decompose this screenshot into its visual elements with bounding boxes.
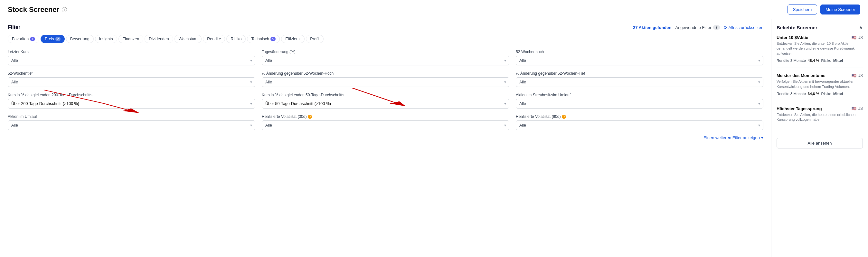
filter-select-52-wochenhoch[interactable]: Alle: [516, 56, 763, 65]
tab-technisch[interactable]: Technisch5: [247, 35, 280, 43]
screener-desc-unter-10: Entdecken Sie Aktien, die unter 10 $ pro…: [777, 41, 863, 56]
show-more-area: Einen weiteren Filter anzeigen ▾: [8, 135, 763, 140]
tab-rendite[interactable]: Rendite: [203, 35, 225, 43]
screener-flag-meister-momentums: 🇺🇸 US: [851, 74, 863, 78]
see-all-button[interactable]: Alle ansehen: [777, 138, 863, 148]
filter-group-volatilitaet-30d: Realisierte Volatilität (30d)?Alle: [262, 114, 509, 130]
screener-desc-hoechster-tagessprung: Entdecken Sie Aktion, die heute einen er…: [777, 112, 863, 122]
filter-select-volatilitaet-30d[interactable]: Alle: [262, 120, 509, 130]
filter-title: Filter: [8, 25, 20, 30]
screener-meta-meister-momentums: Rendite 3 Monate 34,6 % Risiko Mittel: [777, 92, 863, 96]
collapse-button[interactable]: ∧: [859, 25, 863, 31]
filters-grid: Letzter KursAlleTagesänderung (%)Alle52-…: [8, 50, 763, 130]
right-panel-title: Beliebte Screener: [777, 25, 817, 30]
select-wrapper-52-wochentief: Alle: [8, 77, 255, 87]
show-more-button[interactable]: Einen weiteren Filter anzeigen ▾: [704, 135, 763, 140]
applied-filters-badge: 7: [713, 25, 720, 30]
filter-label-aktien-umlauf: Aktien im Umlauf: [8, 114, 255, 119]
tab-wachstum[interactable]: Wachstum: [175, 35, 202, 43]
tab-dividenden[interactable]: Dividenden: [145, 35, 173, 43]
applied-filters: Angewendete Filter 7: [675, 25, 720, 30]
help-icon-volatilitaet-90d[interactable]: ?: [562, 115, 566, 119]
risk-value: Mittel: [833, 59, 843, 62]
applied-filters-label: Angewendete Filter: [675, 25, 711, 30]
filter-label-52-wochentief: 52-Wochentief: [8, 71, 255, 76]
tab-profil[interactable]: Profil: [306, 35, 323, 43]
screener-title-meister-momentums: Meister des Momentums: [777, 73, 826, 78]
show-more-label: Einen weiteren Filter anzeigen: [704, 135, 760, 140]
filter-select-aktien-streubesitz[interactable]: Alle: [516, 99, 763, 109]
screener-card-meister-momentums: Meister des Momentums🇺🇸 USVerfolgen Sie …: [777, 73, 863, 101]
reset-label: Alles zurücksetzen: [728, 25, 763, 30]
tab-bewertung[interactable]: Bewertung: [66, 35, 94, 43]
select-wrapper-kurs-50-tage: Über 50-Tage-Durchschnitt (>100 %): [262, 99, 509, 109]
tab-technisch-badge: 5: [271, 37, 276, 41]
top-bar: Stock Screener i Speichern Meine Screene…: [0, 0, 868, 19]
reset-button[interactable]: ⟳ Alles zurücksetzen: [724, 25, 763, 30]
filter-select-volatilitaet-90d[interactable]: Alle: [516, 120, 763, 130]
filter-label-kurs-200-tage: Kurs in % des gleitenden 200-Tage-Durchs…: [8, 93, 255, 97]
filter-select-52-wochentief[interactable]: Alle: [8, 77, 255, 87]
select-wrapper-tagesaenderung: Alle: [262, 56, 509, 65]
screener-flag-unter-10: 🇺🇸 US: [851, 35, 863, 40]
select-wrapper-52-wochenhoch: Alle: [516, 56, 763, 65]
filter-select-kurs-50-tage[interactable]: Über 50-Tage-Durchschnitt (>100 %): [262, 99, 509, 109]
filter-select-kurs-200-tage[interactable]: Über 200-Tage-Durchschnitt (>100 %): [8, 99, 255, 109]
my-screener-button[interactable]: Meine Screener: [820, 4, 860, 15]
screeners-list: Unter 10 $/Aktie🇺🇸 USEntdecken Sie Aktie…: [777, 35, 863, 130]
filter-label-letzter-kurs: Letzter Kurs: [8, 50, 255, 54]
filter-select-letzter-kurs[interactable]: Alle: [8, 56, 255, 65]
filter-group-aktien-umlauf: Aktien im UmlaufAlle: [8, 114, 255, 130]
filter-select-tagesaenderung[interactable]: Alle: [262, 56, 509, 65]
rendite-label: Rendite 3 Monate: [777, 92, 806, 96]
filter-label-aktien-streubesitz: Aktien im Streubesitz/im Umlauf: [516, 93, 763, 97]
select-wrapper-kurs-200-tage: Über 200-Tage-Durchschnitt (>100 %): [8, 99, 255, 109]
filter-group-tagesaenderung: Tagesänderung (%)Alle: [262, 50, 509, 65]
screener-title-hoechster-tagessprung: Höchster Tagessprung: [777, 106, 822, 111]
filter-label-aenderung-52w-tief: % Änderung gegenüber 52-Wochen-Tief: [516, 71, 763, 76]
left-panel: Filter 27 Aktien gefunden Angewendete Fi…: [0, 19, 771, 257]
filter-label-aenderung-52w-hoch: % Änderung gegenüber 52-Wochen-Hoch: [262, 71, 509, 76]
rendite-label: Rendite 3 Monate: [777, 59, 806, 62]
select-wrapper-volatilitaet-90d: Alle: [516, 120, 763, 130]
screener-desc-meister-momentums: Verfolgen Sie Aktien mit hervorragender …: [777, 79, 863, 89]
tab-favoriten-badge: 1: [30, 37, 35, 41]
select-wrapper-volatilitaet-30d: Alle: [262, 120, 509, 130]
screener-meta-unter-10: Rendite 3 Monate 48,4 % Risiko Mittel: [777, 59, 863, 62]
reset-icon: ⟳: [724, 25, 727, 30]
filter-select-aenderung-52w-tief[interactable]: Alle: [516, 77, 763, 87]
select-wrapper-aenderung-52w-tief: Alle: [516, 77, 763, 87]
select-wrapper-letzter-kurs: Alle: [8, 56, 255, 65]
screener-title-unter-10: Unter 10 $/Aktie: [777, 35, 808, 40]
filter-group-kurs-200-tage: Kurs in % des gleitenden 200-Tage-Durchs…: [8, 93, 255, 109]
filter-group-kurs-50-tage: Kurs in % des gleitenden 50-Tage-Durchsc…: [262, 93, 509, 109]
screener-card-unter-10: Unter 10 $/Aktie🇺🇸 USEntdecken Sie Aktie…: [777, 35, 863, 68]
tab-finanzen[interactable]: Finanzen: [119, 35, 143, 43]
tab-preis-badge: 2: [55, 37, 61, 41]
info-icon[interactable]: i: [62, 7, 67, 12]
filter-label-kurs-50-tage: Kurs in % des gleitenden 50-Tage-Durchsc…: [262, 93, 509, 97]
tab-favoriten[interactable]: Favoriten1: [8, 35, 39, 43]
save-button[interactable]: Speichern: [787, 4, 817, 15]
filter-group-volatilitaet-90d: Realisierte Volatilität (90d)?Alle: [516, 114, 763, 130]
help-icon-volatilitaet-30d[interactable]: ?: [308, 115, 312, 119]
screener-flag-hoechster-tagessprung: 🇺🇸 US: [851, 106, 863, 111]
risk-value: Mittel: [833, 92, 843, 96]
filter-select-aktien-umlauf[interactable]: Alle: [8, 120, 255, 130]
select-wrapper-aktien-streubesitz: Alle: [516, 99, 763, 109]
filter-group-aktien-streubesitz: Aktien im Streubesitz/im UmlaufAlle: [516, 93, 763, 109]
tab-preis[interactable]: Preis2: [40, 35, 65, 43]
screener-card-hoechster-tagessprung: Höchster Tagessprung🇺🇸 USEntdecken Sie A…: [777, 106, 863, 130]
filter-label-52-wochenhoch: 52-Wochenhoch: [516, 50, 763, 54]
tab-risiko[interactable]: Risiko: [226, 35, 246, 43]
tab-insights[interactable]: Insights: [95, 35, 117, 43]
filter-group-letzter-kurs: Letzter KursAlle: [8, 50, 255, 65]
page-title: Stock Screener: [8, 5, 59, 14]
filter-label-volatilitaet-30d: Realisierte Volatilität (30d)?: [262, 114, 509, 119]
tabs-container: Favoriten1Preis2BewertungInsightsFinanze…: [8, 35, 763, 43]
chevron-down-icon: ▾: [761, 135, 763, 140]
filter-select-aenderung-52w-hoch[interactable]: Alle: [262, 77, 509, 87]
rendite-value: 48,4 %: [808, 59, 819, 62]
filter-label-tagesaenderung: Tagesänderung (%): [262, 50, 509, 54]
tab-effizienz[interactable]: Effizienz: [281, 35, 305, 43]
